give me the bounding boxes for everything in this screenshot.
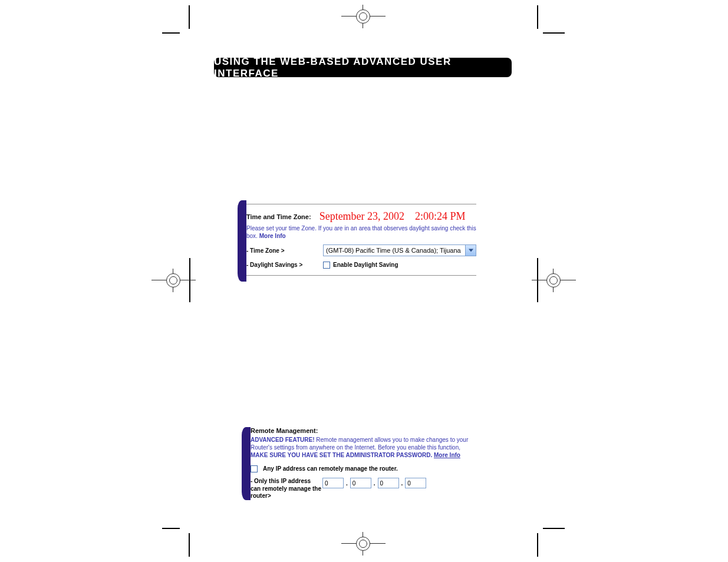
divider (246, 204, 476, 204)
ip-address-fields: 0 . 0 . 0 . 0 (322, 478, 426, 488)
crop-mark (543, 528, 565, 529)
current-time: 2:00:24 PM (415, 210, 466, 223)
ip-octet-2[interactable]: 0 (350, 478, 371, 488)
crop-mark (162, 32, 180, 34)
time-zone-panel: Time and Time Zone: September 23, 2002 2… (246, 200, 476, 282)
time-zone-select[interactable]: (GMT-08) Pacific Time (US & Canada); Tij… (323, 244, 476, 256)
more-info-link[interactable]: More Info (259, 233, 286, 239)
page-title: USING THE WEB-BASED ADVANCED USER INTERF… (214, 58, 512, 77)
time-zone-label: - Time Zone > (246, 247, 323, 254)
panel-accent (242, 427, 251, 500)
admin-password-warning: MAKE SURE YOU HAVE SET THE ADMINISTRATOR… (251, 452, 432, 458)
ip-octet-4[interactable]: 0 (405, 478, 426, 488)
remote-management-panel: Remote Management: ADVANCED FEATURE! Rem… (251, 427, 477, 500)
dot: . (373, 480, 377, 487)
time-zone-help: Please set your time Zone. If you are in… (246, 225, 476, 240)
crop-mark (189, 533, 190, 557)
time-zone-selected-value: (GMT-08) Pacific Time (US & Canada); Tij… (326, 247, 461, 254)
more-info-link[interactable]: More Info (434, 452, 460, 458)
registration-mark (151, 269, 196, 292)
chevron-down-icon (465, 245, 476, 256)
crop-mark (543, 32, 565, 34)
ip-octet-3[interactable]: 0 (378, 478, 399, 488)
current-date: September 23, 2002 (319, 210, 404, 223)
advanced-feature-label: ADVANCED FEATURE! (251, 437, 315, 443)
crop-mark (537, 533, 538, 557)
time-zone-heading: Time and Time Zone: (246, 213, 311, 220)
crop-mark (162, 528, 180, 529)
any-ip-label: Any IP address can remotely manage the r… (263, 465, 398, 472)
dot: . (345, 480, 349, 487)
divider (246, 275, 476, 276)
crop-mark (189, 5, 190, 29)
daylight-savings-checkbox-label: Enable Daylight Saving (333, 262, 398, 268)
daylight-savings-label: - Daylight Savings > (246, 262, 323, 268)
crop-mark (537, 5, 538, 29)
any-ip-checkbox[interactable] (251, 465, 258, 472)
remote-management-heading: Remote Management: (251, 427, 477, 434)
panel-accent (238, 200, 246, 282)
daylight-savings-checkbox[interactable] (323, 262, 330, 269)
registration-mark (532, 269, 576, 292)
registration-mark (341, 5, 386, 28)
ip-octet-1[interactable]: 0 (322, 478, 344, 488)
registration-mark (341, 532, 386, 556)
only-ip-label: - Only this IP address can remotely mana… (251, 478, 322, 500)
dot: . (400, 480, 404, 487)
